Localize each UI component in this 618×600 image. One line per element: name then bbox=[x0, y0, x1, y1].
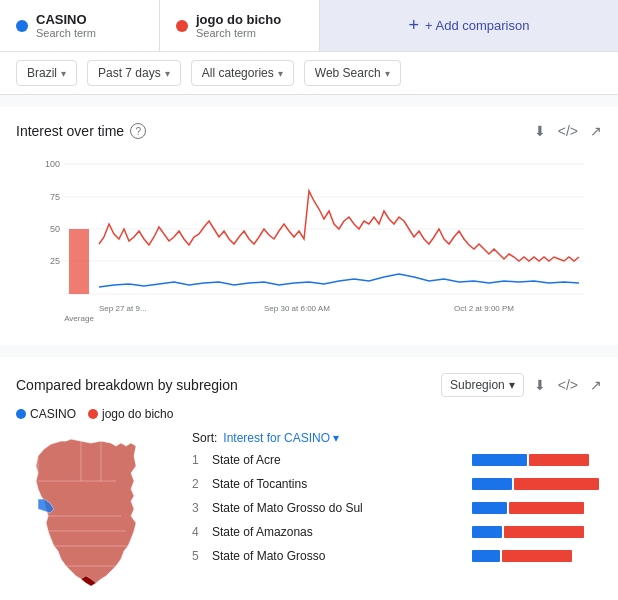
add-comparison-label: + Add comparison bbox=[425, 18, 529, 33]
rank-bars bbox=[472, 526, 602, 538]
rank-bar-red bbox=[514, 478, 599, 490]
filter-period-label: Past 7 days bbox=[98, 66, 161, 80]
sort-dropdown[interactable]: Interest for CASINO ▾ bbox=[223, 431, 339, 445]
section-title: Interest over time ? bbox=[16, 123, 146, 139]
rank-bar-red bbox=[509, 502, 584, 514]
rank-number: 5 bbox=[192, 549, 206, 563]
plus-icon: + bbox=[409, 15, 420, 36]
subregion-actions: ⬇ </> ↗ bbox=[534, 377, 602, 393]
rank-number: 4 bbox=[192, 525, 206, 539]
search-term-jogo: jogo do bicho Search term bbox=[160, 0, 320, 51]
ranking-row: 1 State of Acre bbox=[192, 453, 602, 467]
rank-bar-blue bbox=[472, 478, 512, 490]
subregion-dropdown[interactable]: Subregion ▾ bbox=[441, 373, 524, 397]
svg-text:Oct 2 at 9:00 PM: Oct 2 at 9:00 PM bbox=[454, 304, 514, 313]
embed-icon[interactable]: </> bbox=[558, 123, 578, 139]
rank-bars bbox=[472, 502, 602, 514]
filter-categories[interactable]: All categories ▾ bbox=[191, 60, 294, 86]
filter-categories-label: All categories bbox=[202, 66, 274, 80]
filter-brazil[interactable]: Brazil ▾ bbox=[16, 60, 77, 86]
chevron-down-icon: ▾ bbox=[165, 68, 170, 79]
sort-value: Interest for CASINO bbox=[223, 431, 330, 445]
legend-casino: CASINO bbox=[16, 407, 76, 421]
share-icon[interactable]: ↗ bbox=[590, 377, 602, 393]
legend-casino-label: CASINO bbox=[30, 407, 76, 421]
rank-bar-blue bbox=[472, 502, 507, 514]
rank-bar-red bbox=[504, 526, 584, 538]
rank-state-name: State of Tocantins bbox=[212, 477, 466, 491]
share-icon[interactable]: ↗ bbox=[590, 123, 602, 139]
section-header: Interest over time ? ⬇ </> ↗ bbox=[16, 123, 602, 139]
filter-period[interactable]: Past 7 days ▾ bbox=[87, 60, 181, 86]
ranking-row: 3 State of Mato Grosso do Sul bbox=[192, 501, 602, 515]
filter-search-type-label: Web Search bbox=[315, 66, 381, 80]
rank-bars bbox=[472, 478, 602, 490]
info-icon[interactable]: ? bbox=[130, 123, 146, 139]
svg-text:Sep 30 at 6:00 AM: Sep 30 at 6:00 AM bbox=[264, 304, 330, 313]
search-term-casino: CASINO Search term bbox=[0, 0, 160, 51]
legend-jogo-label: jogo do bicho bbox=[102, 407, 173, 421]
subregion-dropdown-label: Subregion bbox=[450, 378, 505, 392]
search-terms-bar: CASINO Search term jogo do bicho Search … bbox=[0, 0, 618, 52]
embed-icon[interactable]: </> bbox=[558, 377, 578, 393]
legend-dot-casino bbox=[16, 409, 26, 419]
svg-rect-9 bbox=[69, 229, 89, 294]
rank-state-name: State of Mato Grosso bbox=[212, 549, 466, 563]
jogo-label: jogo do bicho bbox=[196, 12, 281, 27]
sort-bar: Sort: Interest for CASINO ▾ bbox=[192, 431, 602, 445]
chevron-down-icon: ▾ bbox=[333, 431, 339, 445]
rankings-area: Sort: Interest for CASINO ▾ 1 State of A… bbox=[192, 431, 602, 600]
ranking-row: 2 State of Tocantins bbox=[192, 477, 602, 491]
map-svg bbox=[16, 431, 176, 600]
download-icon[interactable]: ⬇ bbox=[534, 123, 546, 139]
svg-text:25: 25 bbox=[50, 256, 60, 266]
chevron-down-icon: ▾ bbox=[385, 68, 390, 79]
rank-state-name: State of Acre bbox=[212, 453, 466, 467]
rank-bar-blue bbox=[472, 526, 502, 538]
legend-dot-jogo bbox=[88, 409, 98, 419]
rank-number: 2 bbox=[192, 477, 206, 491]
casino-sublabel: Search term bbox=[36, 27, 96, 39]
filter-search-type[interactable]: Web Search ▾ bbox=[304, 60, 401, 86]
rank-number: 3 bbox=[192, 501, 206, 515]
rank-bars bbox=[472, 454, 602, 466]
jogo-sublabel: Search term bbox=[196, 27, 281, 39]
rank-state-name: State of Amazonas bbox=[212, 525, 466, 539]
section-actions: ⬇ </> ↗ bbox=[534, 123, 602, 139]
subregion-legend: CASINO jogo do bicho bbox=[16, 407, 602, 421]
rankings-list: 1 State of Acre 2 State of Tocantins 3 S… bbox=[192, 453, 602, 563]
interest-over-time-section: Interest over time ? ⬇ </> ↗ 100 75 50 2… bbox=[0, 107, 618, 345]
chevron-down-icon: ▾ bbox=[61, 68, 66, 79]
svg-text:Sep 27 at 9...: Sep 27 at 9... bbox=[99, 304, 147, 313]
rank-number: 1 bbox=[192, 453, 206, 467]
jogo-dot bbox=[176, 20, 188, 32]
chart-container: 100 75 50 25 Sep 27 at 9... Sep 30 at 6:… bbox=[16, 149, 602, 329]
add-comparison-button[interactable]: + + Add comparison bbox=[320, 0, 618, 51]
svg-text:Average: Average bbox=[64, 314, 94, 323]
svg-text:100: 100 bbox=[45, 159, 60, 169]
rank-bar-red bbox=[502, 550, 572, 562]
brazil-map bbox=[16, 431, 176, 600]
subregion-header: Compared breakdown by subregion Subregio… bbox=[16, 373, 602, 397]
svg-text:50: 50 bbox=[50, 224, 60, 234]
subregion-title: Compared breakdown by subregion bbox=[16, 377, 238, 393]
filter-bar: Brazil ▾ Past 7 days ▾ All categories ▾ … bbox=[0, 52, 618, 95]
rank-bar-blue bbox=[472, 454, 527, 466]
ranking-row: 4 State of Amazonas bbox=[192, 525, 602, 539]
download-icon[interactable]: ⬇ bbox=[534, 377, 546, 393]
svg-text:75: 75 bbox=[50, 192, 60, 202]
casino-label: CASINO bbox=[36, 12, 96, 27]
subregion-section: Compared breakdown by subregion Subregio… bbox=[0, 357, 618, 600]
ranking-row: 5 State of Mato Grosso bbox=[192, 549, 602, 563]
rank-bars bbox=[472, 550, 602, 562]
subregion-content: Sort: Interest for CASINO ▾ 1 State of A… bbox=[16, 431, 602, 600]
line-chart: 100 75 50 25 Sep 27 at 9... Sep 30 at 6:… bbox=[16, 149, 602, 329]
chevron-down-icon: ▾ bbox=[509, 378, 515, 392]
rank-bar-red bbox=[529, 454, 589, 466]
filter-brazil-label: Brazil bbox=[27, 66, 57, 80]
legend-jogo: jogo do bicho bbox=[88, 407, 173, 421]
casino-dot bbox=[16, 20, 28, 32]
rank-state-name: State of Mato Grosso do Sul bbox=[212, 501, 466, 515]
chevron-down-icon: ▾ bbox=[278, 68, 283, 79]
sort-label: Sort: bbox=[192, 431, 217, 445]
